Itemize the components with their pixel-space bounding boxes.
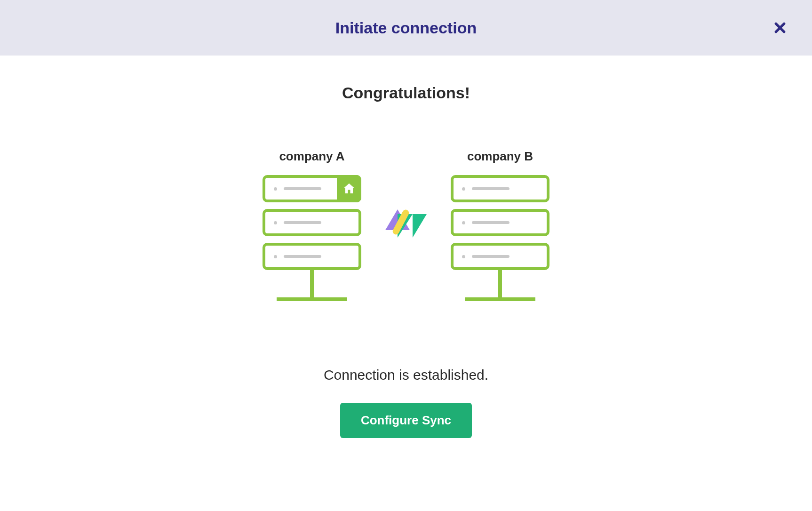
server-unit: [451, 209, 549, 236]
connection-logo: [382, 149, 430, 241]
close-icon: [774, 22, 786, 34]
server-dot-icon: [274, 221, 277, 224]
server-unit: [263, 209, 361, 236]
congratulations-heading: Congratulations!: [342, 84, 470, 102]
server-unit: [263, 175, 361, 202]
home-icon: [342, 182, 356, 196]
triangle-logo-icon: [383, 206, 429, 241]
initiate-connection-modal: Initiate connection Congratulations! com…: [0, 0, 812, 511]
server-dot-icon: [462, 255, 465, 258]
close-button[interactable]: [771, 18, 789, 37]
server-stand-icon: [465, 270, 535, 301]
server-line-icon: [472, 187, 509, 190]
server-line-icon: [284, 221, 321, 224]
connection-diagram: company A: [260, 149, 552, 301]
company-b-label: company B: [467, 149, 533, 164]
server-line-icon: [472, 221, 509, 224]
home-badge: [337, 175, 361, 202]
connection-status-text: Connection is established.: [324, 367, 488, 383]
server-unit: [451, 175, 549, 202]
svg-marker-1: [413, 214, 427, 238]
server-line-icon: [284, 255, 321, 258]
company-a-label: company A: [279, 149, 344, 164]
company-b-server: [451, 175, 549, 270]
modal-title: Initiate connection: [335, 19, 477, 37]
modal-body: Congratulations! company A: [0, 56, 812, 511]
server-dot-icon: [462, 187, 465, 191]
company-a-server: [263, 175, 361, 270]
modal-header: Initiate connection: [0, 0, 812, 56]
company-a-column: company A: [260, 149, 364, 301]
server-dot-icon: [462, 221, 465, 224]
server-line-icon: [472, 255, 509, 258]
server-dot-icon: [274, 255, 277, 258]
server-line-icon: [284, 187, 321, 190]
server-unit: [451, 243, 549, 270]
server-unit: [263, 243, 361, 270]
server-dot-icon: [274, 187, 277, 191]
company-b-column: company B: [448, 149, 552, 301]
server-stand-icon: [277, 270, 347, 301]
configure-sync-button[interactable]: Configure Sync: [340, 403, 472, 438]
